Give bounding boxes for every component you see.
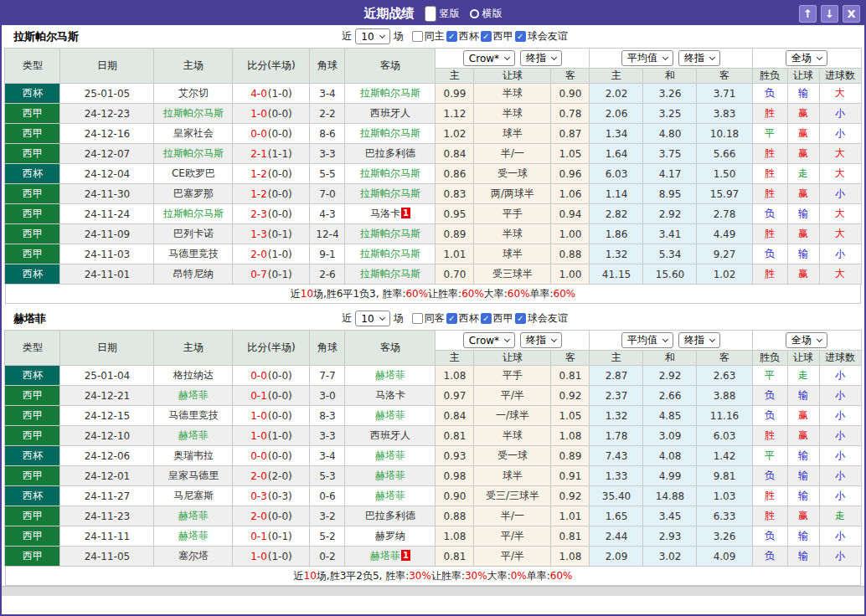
result-handicap-cell: 输	[787, 526, 819, 547]
halftime-score: (0-1)	[268, 531, 292, 542]
summary-segment: 近	[294, 569, 304, 583]
match-row: 西甲24-11-30巴塞罗那1-2(0-0)7-0拉斯帕尔马斯0.83两/两球半…	[5, 184, 861, 204]
result-handicap-cell: 赢	[787, 104, 819, 124]
home-team-cell: 昂特尼纳	[154, 264, 233, 285]
score-cell: 0-3(0-3)	[233, 486, 310, 506]
avg-away-cell: 5.66	[697, 144, 752, 164]
type-cell: 西杯	[5, 264, 60, 285]
result-wdl-cell: 负	[752, 84, 787, 104]
match-count-select[interactable]: 10	[355, 311, 389, 326]
team-name-text: 皇家马德里	[168, 470, 219, 481]
odds-away-cell: 0.89	[551, 446, 590, 466]
home-team-cell: 赫塔菲	[154, 426, 233, 446]
fulltime-score: 1-0	[250, 551, 267, 562]
avg-home-cell: 1.32	[590, 406, 643, 426]
match-count-value: 10	[361, 31, 374, 43]
checkbox-liga[interactable]: 西甲	[481, 311, 513, 326]
match-count-select[interactable]: 10	[355, 28, 389, 44]
checkbox-club-friendly[interactable]: 球会友谊	[515, 311, 568, 326]
near-label: 近	[342, 311, 352, 326]
checkbox-liga[interactable]: 西甲	[481, 29, 513, 44]
score-cell: 4-0(1-0)	[233, 84, 310, 104]
move-down-button[interactable]: ↓	[821, 5, 838, 23]
fulltime-score: 2-0	[250, 511, 267, 522]
col-header-handicap-result: 让球	[787, 69, 819, 84]
type-cell: 西甲	[5, 184, 60, 204]
team-name-text: 拉斯帕尔马斯	[360, 268, 420, 280]
chevron-down-icon	[379, 314, 385, 320]
odds-time-select[interactable]: 终指	[520, 50, 562, 66]
match-row: 西杯25-01-04格拉纳达0-0(0-0)7-7赫塔菲1.08平手0.812.…	[5, 366, 861, 386]
match-row: 西甲24-11-05塞尔塔1-0(1-0)0-2赫塔菲10.81平/半1.082…	[5, 547, 861, 567]
date-cell: 25-01-04	[60, 366, 154, 386]
avg-draw-cell: 3.75	[643, 144, 697, 164]
filter-row: 拉斯帕尔马斯 近 10 场 同主 西杯 西甲	[2, 25, 864, 48]
team-name-text: 拉斯帕尔马斯	[360, 127, 420, 139]
checkbox-cup[interactable]: 西杯	[446, 311, 479, 326]
col-header-away: 客场	[345, 49, 436, 84]
odds-home-cell: 0.84	[436, 406, 474, 426]
bookmaker-select[interactable]: Crow*	[463, 50, 515, 66]
result-wdl-cell: 负	[752, 204, 787, 224]
summary-segment: 大率:	[487, 569, 511, 583]
avg-away-cell: 10.18	[697, 124, 752, 144]
radio-vertical-layout[interactable]: 竖版	[425, 6, 460, 22]
avg-away-cell: 1.03	[697, 486, 752, 506]
avg-home-cell: 1.64	[590, 144, 643, 164]
odds-handicap-cell: 两/两球半	[474, 184, 551, 204]
odds-away-cell: 0.92	[551, 486, 590, 506]
average-select[interactable]: 平均值	[621, 50, 673, 66]
radio-selected-icon	[425, 6, 436, 22]
move-up-button[interactable]: ↑	[799, 5, 817, 23]
match-row: 西甲24-11-09巴列卡诺1-3(0-1)12-4拉斯帕尔马斯0.89半球1.…	[5, 224, 861, 244]
avg-draw-cell: 2.92	[643, 204, 697, 224]
fulltime-select[interactable]: 全场	[786, 332, 827, 348]
odds-home-cell: 0.81	[436, 547, 474, 567]
halftime-score: (0-1)	[268, 228, 292, 240]
radio-horizontal-layout[interactable]: 横版	[470, 7, 503, 21]
result-wdl-cell: 负	[752, 526, 787, 547]
summary-segment: 让胜率:	[431, 569, 465, 583]
fulltime-score: 0-7	[250, 269, 267, 280]
average-time-select[interactable]: 终指	[678, 50, 720, 66]
halftime-score: (1-0)	[268, 249, 292, 260]
close-button[interactable]: X	[843, 5, 860, 23]
team-name-text: 西班牙人	[370, 107, 410, 119]
halftime-score: (0-0)	[268, 390, 292, 402]
odds-away-cell: 0.88	[551, 244, 590, 264]
fulltime-select[interactable]: 全场	[786, 50, 827, 66]
odds-handicap-cell: 受一球	[474, 164, 551, 184]
corner-cell: 5-5	[310, 164, 345, 184]
checkbox-club-friendly[interactable]: 球会友谊	[515, 29, 568, 44]
checkbox-cup[interactable]: 西杯	[446, 29, 479, 44]
type-cell: 西杯	[5, 446, 60, 466]
type-cell: 西杯	[5, 84, 60, 104]
bookmaker-select[interactable]: Crow*	[463, 332, 515, 348]
date-cell: 24-12-15	[60, 406, 154, 426]
window-controls: ↑ ↓ X	[799, 5, 864, 23]
date-cell: 24-12-23	[60, 104, 154, 124]
checkbox-same-away[interactable]: 同客	[412, 311, 445, 326]
col-header-corner: 角球	[310, 331, 345, 366]
odds-time-select[interactable]: 终指	[520, 332, 562, 348]
fulltime-score: 1-2	[250, 168, 267, 180]
average-time-select[interactable]: 终指	[678, 332, 720, 348]
fulltime-score: 2-3	[250, 208, 267, 220]
home-team-cell: CE欧罗巴	[154, 164, 233, 184]
home-team-cell: 拉斯帕尔马斯	[154, 104, 233, 124]
home-team-cell: 巴塞罗那	[154, 184, 233, 204]
radio-unselected-icon	[470, 9, 479, 18]
checkbox-unchecked-icon	[412, 31, 423, 42]
halftime-score: (0-0)	[268, 410, 292, 422]
corner-cell: 3-2	[310, 506, 345, 526]
average-select[interactable]: 平均值	[621, 332, 673, 348]
col-header-avg-home: 主	[590, 69, 643, 84]
radio-label: 竖版	[440, 7, 460, 21]
avg-away-cell: 6.33	[697, 506, 752, 526]
avg-home-cell: 1.65	[590, 506, 643, 526]
odds-away-cell: 1.05	[551, 144, 590, 164]
halftime-score: (0-0)	[268, 511, 292, 522]
checkbox-same-home[interactable]: 同主	[412, 29, 445, 44]
result-wdl-cell: 胜	[752, 184, 787, 204]
halftime-score: (0-0)	[268, 188, 292, 200]
